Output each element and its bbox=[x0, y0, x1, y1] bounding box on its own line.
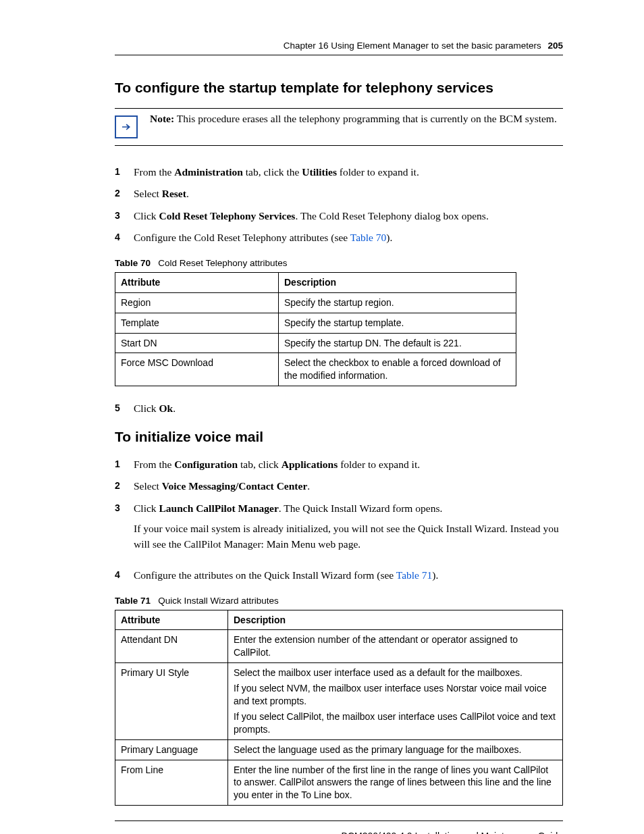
steps-list-1b: 5 Click Ok. bbox=[115, 401, 563, 416]
table-70-link[interactable]: Table 70 bbox=[350, 232, 387, 243]
step-text: Click Cold Reset Telephony Services. The… bbox=[134, 209, 563, 224]
table-header-row: Attribute Description bbox=[115, 272, 516, 292]
step-number: 2 bbox=[115, 186, 134, 201]
section-heading-voicemail: To initialize voice mail bbox=[115, 429, 563, 445]
step-1: 1 From the Administration tab, click the… bbox=[115, 165, 563, 180]
step-2: 2 Select Reset. bbox=[115, 186, 563, 201]
step-3-body: If your voice mail system is already ini… bbox=[134, 521, 563, 552]
table-70-caption: Table 70 Cold Reset Telephony attributes bbox=[115, 258, 563, 268]
table-row: From Line Enter the line number of the f… bbox=[115, 760, 563, 806]
step-text: Select Reset. bbox=[134, 186, 563, 201]
table-row: Start DN Specify the startup DN. The def… bbox=[115, 333, 516, 353]
step-4: 4 Configure the attributes on the Quick … bbox=[115, 568, 563, 583]
chapter-title: Chapter 16 Using Element Manager to set … bbox=[284, 41, 541, 51]
steps-list-1: 1 From the Administration tab, click the… bbox=[115, 165, 563, 246]
note-body: This procedure erases all the telephony … bbox=[174, 113, 557, 124]
note-text: Note: This procedure erases all the tele… bbox=[150, 113, 557, 125]
note-label: Note: bbox=[150, 113, 174, 124]
table-70: Attribute Description Region Specify the… bbox=[115, 272, 516, 386]
table-71-caption: Table 71 Quick Install Wizard attributes bbox=[115, 596, 563, 606]
step-3: 3 Click Launch CallPilot Manager. The Qu… bbox=[115, 501, 563, 561]
step-number: 2 bbox=[115, 479, 134, 494]
step-text: From the Administration tab, click the U… bbox=[134, 165, 563, 180]
section-heading-configure: To configure the startup template for te… bbox=[115, 80, 563, 96]
page-header: Chapter 16 Using Element Manager to set … bbox=[115, 41, 563, 55]
col-attribute: Attribute bbox=[115, 272, 279, 292]
steps-list-2: 1 From the Configuration tab, click Appl… bbox=[115, 457, 563, 583]
step-text: Configure the Cold Reset Telephony attri… bbox=[134, 230, 563, 245]
step-1: 1 From the Configuration tab, click Appl… bbox=[115, 457, 563, 472]
step-4: 4 Configure the Cold Reset Telephony att… bbox=[115, 230, 563, 245]
step-5: 5 Click Ok. bbox=[115, 401, 563, 416]
cell-primary-ui-style: Select the mailbox user interface used a… bbox=[228, 663, 563, 739]
step-text: Configure the attributes on the Quick In… bbox=[134, 568, 563, 583]
step-3: 3 Click Cold Reset Telephony Services. T… bbox=[115, 209, 563, 224]
table-row: Template Specify the startup template. bbox=[115, 313, 516, 333]
table-header-row: Attribute Description bbox=[115, 610, 563, 630]
step-text: Click Ok. bbox=[134, 401, 563, 416]
step-text: Click Launch CallPilot Manager. The Quic… bbox=[134, 501, 563, 561]
document-page: Chapter 16 Using Element Manager to set … bbox=[0, 0, 644, 834]
table-row: Force MSC Download Select the checkbox t… bbox=[115, 353, 516, 386]
col-description: Description bbox=[228, 610, 563, 630]
table-row: Attendant DN Enter the extension number … bbox=[115, 630, 563, 663]
page-number: 205 bbox=[547, 41, 563, 51]
step-text: Select Voice Messaging/Contact Center. bbox=[134, 479, 563, 494]
step-number: 4 bbox=[115, 568, 134, 583]
step-number: 1 bbox=[115, 165, 134, 180]
page-footer: BCM200/400 4.0 Installation and Maintena… bbox=[115, 820, 563, 834]
step-number: 3 bbox=[115, 209, 134, 224]
arrow-right-icon bbox=[115, 115, 138, 138]
table-71-link[interactable]: Table 71 bbox=[396, 569, 433, 581]
table-row: Primary Language Select the language use… bbox=[115, 739, 563, 760]
table-row: Region Specify the startup region. bbox=[115, 292, 516, 313]
col-description: Description bbox=[279, 272, 516, 292]
table-row: Primary UI Style Select the mailbox user… bbox=[115, 663, 563, 739]
step-number: 4 bbox=[115, 230, 134, 245]
step-number: 5 bbox=[115, 401, 134, 416]
table-71: Attribute Description Attendant DN Enter… bbox=[115, 610, 563, 806]
step-number: 3 bbox=[115, 501, 134, 561]
note-callout: Note: This procedure erases all the tele… bbox=[115, 108, 563, 146]
step-text: From the Configuration tab, click Applic… bbox=[134, 457, 563, 472]
step-2: 2 Select Voice Messaging/Contact Center. bbox=[115, 479, 563, 494]
col-attribute: Attribute bbox=[115, 610, 228, 630]
step-number: 1 bbox=[115, 457, 134, 472]
